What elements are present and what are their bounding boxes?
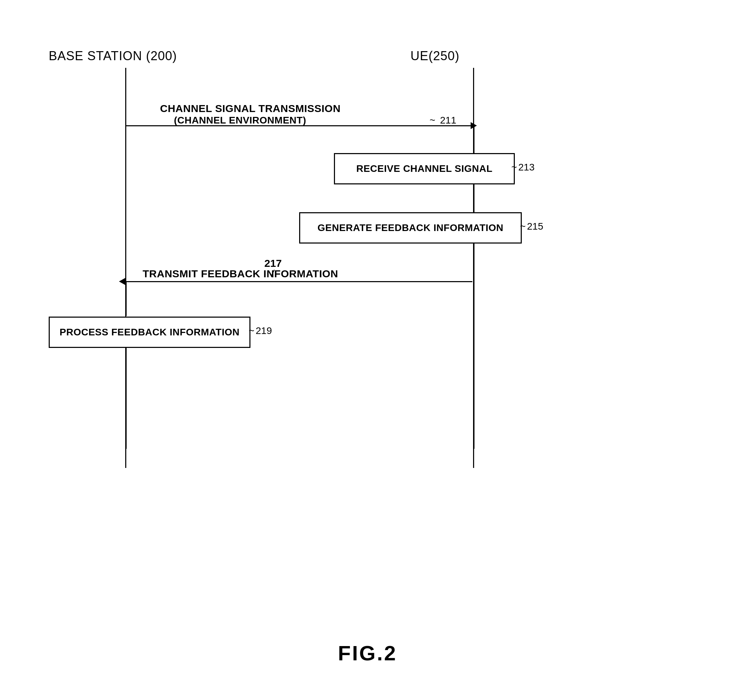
ue-connector-3 xyxy=(473,244,475,282)
generate-feedback-box: GENERATE FEEDBACK INFORMATION xyxy=(299,212,522,244)
ue-connector-2 xyxy=(473,184,475,212)
transmit-feedback-label: TRANSMIT FEEDBACK INFORMATION xyxy=(143,268,338,280)
ue-label: UE(250) xyxy=(410,49,460,63)
step-213-tilde: ~ xyxy=(512,162,517,173)
step-219-tilde: ~ xyxy=(249,325,254,337)
step-211: 211 xyxy=(440,115,456,126)
process-feedback-box: PROCESS FEEDBACK INFORMATION xyxy=(49,316,250,348)
ue-lifeline-ext xyxy=(473,282,475,449)
step-211-tilde: ~ xyxy=(429,115,435,126)
transmit-feedback-arrow-line xyxy=(126,281,472,282)
channel-signal-label-line1: CHANNEL SIGNAL TRANSMISSION xyxy=(160,103,341,115)
bs-connector-1 xyxy=(126,281,126,316)
ue-connector-1 xyxy=(473,125,475,153)
transmit-feedback-arrowhead xyxy=(119,278,125,285)
step-219: 219 xyxy=(256,325,272,337)
figure-caption: FIG.2 xyxy=(338,641,397,665)
bs-connector-2 xyxy=(126,348,126,449)
step-215-tilde: ~ xyxy=(520,221,526,232)
step-213: 213 xyxy=(518,162,535,173)
channel-signal-label-line2: (CHANNEL ENVIRONMENT) xyxy=(174,115,306,126)
base-station-label: BASE STATION (200) xyxy=(49,49,177,63)
diagram: BASE STATION (200) UE(250) CHANNEL SIGNA… xyxy=(28,49,710,571)
step-217-num: 217 xyxy=(265,257,282,269)
step-215: 215 xyxy=(527,221,543,232)
receive-channel-signal-box: RECEIVE CHANNEL SIGNAL xyxy=(334,153,515,184)
